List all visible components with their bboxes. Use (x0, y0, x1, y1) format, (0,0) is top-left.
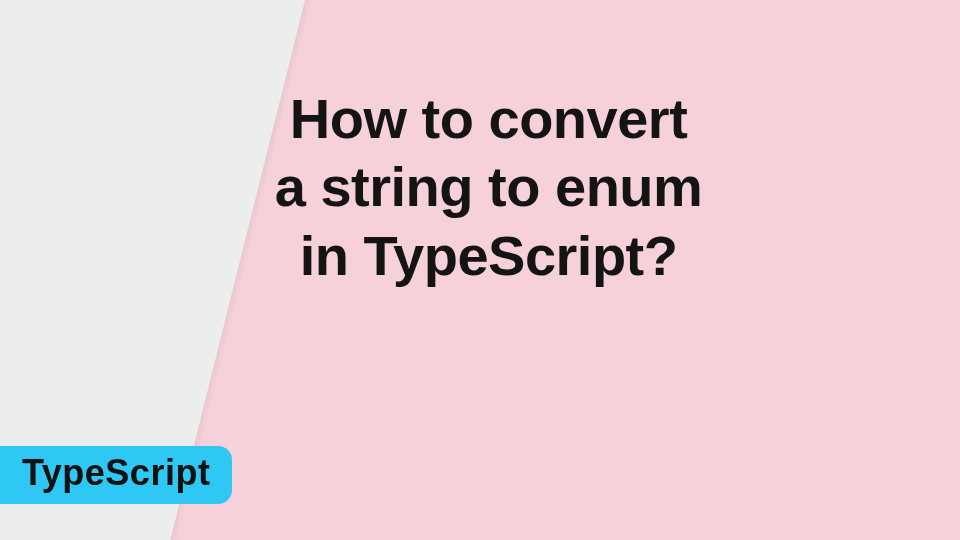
typescript-badge: TypeScript (0, 446, 232, 504)
title-line-2: a string to enum (275, 153, 703, 221)
title-line-1: How to convert (275, 85, 703, 153)
badge-label: TypeScript (22, 452, 210, 493)
title-line-3: in TypeScript? (275, 222, 703, 290)
page-title: How to convert a string to enum in TypeS… (275, 85, 703, 290)
